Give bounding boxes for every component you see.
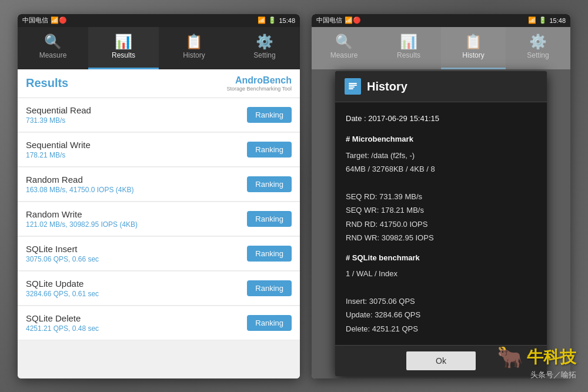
watermark-sub: 头条号／喻拓 [497, 370, 576, 380]
watermark: 🐂 牛科技 头条号／喻拓 [497, 345, 576, 380]
tab-measure[interactable]: 🔍 Measure [18, 27, 88, 69]
setting-icon: ⚙️ [256, 35, 273, 49]
bench-name-rnd-read: Random Read [26, 175, 133, 185]
tab-history-label-r: History [462, 51, 484, 59]
time-right: 15:48 [549, 17, 566, 24]
logo-sub: Storage Benchmarking Tool [227, 86, 292, 92]
bench-row-seq-read: Sequential Read 731.39 MB/s Ranking [18, 98, 300, 132]
sqlite-update: Update: 3284.66 QPS [346, 308, 536, 321]
bench-name-seq-write: Sequential Write [26, 140, 91, 150]
measure-icon-r: 🔍 [335, 35, 353, 49]
bench-info-sqlite-delete: SQLite Delete 4251.21 QPS, 0.48 sec [26, 313, 99, 333]
androbench-brand: AndroBench [235, 75, 292, 86]
dialog-body: Date : 2017-06-29 15:41:15 # Microbenchm… [335, 102, 547, 345]
androbench-logo: AndroBench Storage Benchmarking Tool [227, 75, 292, 92]
ranking-btn-seq-read[interactable]: Ranking [247, 107, 292, 123]
results-content: Results AndroBench Storage Benchmarking … [18, 69, 300, 378]
micro-rnd-rd: RND RD: 41750.0 IOPS [346, 217, 536, 231]
bench-row-sqlite-delete: SQLite Delete 4251.21 QPS, 0.48 sec Rank… [18, 306, 300, 340]
bench-info-rnd-write: Random Write 121.02 MB/s, 30982.95 IOPS … [26, 209, 138, 229]
ranking-btn-sqlite-insert[interactable]: Ranking [247, 246, 292, 262]
bench-name-sqlite-delete: SQLite Delete [26, 313, 99, 323]
status-icons-left: 📶🔴 [51, 16, 67, 24]
bench-value-sqlite-update: 3284.66 QPS, 0.61 sec [26, 290, 99, 298]
status-icons-right: 📶🔴 [345, 16, 361, 24]
micro-seq-wr: SEQ WR: 178.21 MB/s [346, 203, 536, 217]
watermark-brand: 牛科技 [527, 346, 576, 368]
bench-value-rnd-write: 121.02 MB/s, 30982.95 IOPS (4KB) [26, 220, 138, 229]
nav-tabs-right: 🔍 Measure 📊 Results 📋 History ⚙️ Setting [312, 27, 570, 69]
ranking-btn-rnd-read[interactable]: Ranking [247, 176, 292, 192]
bench-info-seq-write: Sequential Write 178.21 MB/s [26, 140, 91, 159]
battery-icon: 🔋 [268, 16, 276, 24]
bench-value-seq-write: 178.21 MB/s [26, 151, 91, 159]
tab-results-label: Results [112, 51, 135, 59]
bench-value-sqlite-insert: 3075.06 QPS, 0.66 sec [26, 255, 99, 263]
signal-icon-r: 📶 [528, 16, 536, 24]
ok-button[interactable]: Ok [406, 351, 476, 370]
carrier-text: 中国电信 [22, 16, 48, 25]
bench-value-rnd-read: 163.08 MB/s, 41750.0 IOPS (4KB) [26, 186, 133, 194]
results-icon-r: 📊 [400, 35, 417, 49]
nav-tabs: 🔍 Measure 📊 Results 📋 History ⚙️ Setting [18, 27, 300, 69]
ranking-btn-sqlite-delete[interactable]: Ranking [247, 315, 292, 331]
micro-title: # Microbenchmark [346, 132, 536, 146]
carrier-right: 中国电信 [316, 16, 342, 25]
bench-name-rnd-write: Random Write [26, 209, 138, 219]
logo-suffix: Bench [263, 75, 292, 85]
bench-value-seq-read: 731.39 MB/s [26, 116, 91, 125]
tab-history-label: History [183, 51, 205, 59]
status-bar-right: 📶 🔋 15:48 [258, 16, 295, 24]
bench-row-rnd-write: Random Write 121.02 MB/s, 30982.95 IOPS … [18, 202, 300, 236]
micro-rnd-wr: RND WR: 30982.95 IOPS [346, 231, 536, 244]
svg-rect-3 [349, 88, 353, 89]
sqlite-insert: Insert: 3075.06 QPS [346, 294, 536, 308]
setting-icon-r: ⚙️ [529, 35, 547, 49]
signal-icon: 📶 [258, 16, 266, 24]
ranking-btn-rnd-write[interactable]: Ranking [247, 211, 292, 227]
bench-name-seq-read: Sequential Read [26, 105, 91, 115]
tab-results-r: 📊 Results [376, 27, 441, 69]
sqlite-title: # SQLite benchmark [346, 251, 536, 264]
right-phone: 中国电信 📶🔴 📶 🔋 15:48 🔍 Measure 📊 Results 📋 … [312, 14, 570, 378]
results-title: Results [26, 76, 68, 90]
ranking-btn-sqlite-update[interactable]: Ranking [247, 280, 292, 296]
tab-history-r: 📋 History [441, 27, 506, 69]
svg-rect-2 [349, 86, 355, 88]
dialog-history-icon [345, 78, 361, 95]
bench-row-rnd-read: Random Read 163.08 MB/s, 41750.0 IOPS (4… [18, 167, 300, 202]
ranking-btn-seq-write[interactable]: Ranking [247, 142, 292, 158]
history-dialog: History Date : 2017-06-29 15:41:15 # Mic… [335, 71, 547, 376]
time-left: 15:48 [279, 17, 295, 24]
status-right-info: 📶 🔋 15:48 [528, 16, 566, 24]
tab-setting[interactable]: ⚙️ Setting [229, 27, 300, 69]
status-carrier-right: 中国电信 📶🔴 [316, 16, 361, 25]
tab-history[interactable]: 📋 History [159, 27, 229, 69]
status-bar-right-phone: 中国电信 📶🔴 📶 🔋 15:48 [312, 14, 570, 27]
tab-results[interactable]: 📊 Results [88, 27, 159, 69]
status-bar-carrier: 中国电信 📶🔴 [22, 16, 67, 25]
dialog-date: Date : 2017-06-29 15:41:15 [346, 112, 536, 125]
results-icon: 📊 [115, 35, 132, 49]
bench-info-sqlite-insert: SQLite Insert 3075.06 QPS, 0.66 sec [26, 244, 99, 263]
dialog-title: History [367, 80, 407, 93]
watermark-icon: 🐂 [497, 345, 523, 370]
history-icon-r: 📋 [465, 35, 482, 49]
bench-name-sqlite-update: SQLite Update [26, 279, 99, 289]
svg-rect-1 [349, 85, 357, 86]
battery-icon-r: 🔋 [539, 16, 547, 24]
sqlite-delete: Delete: 4251.21 QPS [346, 322, 536, 336]
bench-row-sqlite-update: SQLite Update 3284.66 QPS, 0.61 sec Rank… [18, 272, 300, 306]
bench-info-sqlite-update: SQLite Update 3284.66 QPS, 0.61 sec [26, 279, 99, 298]
tab-measure-r: 🔍 Measure [312, 27, 376, 69]
sqlite-config: 1 / WAL / Index [346, 267, 536, 280]
measure-icon: 🔍 [44, 35, 62, 49]
dialog-header: History [335, 71, 547, 102]
micro-seq-rd: SEQ RD: 731.39 MB/s [346, 190, 536, 203]
tab-setting-label: Setting [253, 51, 275, 59]
tab-measure-label: Measure [39, 51, 67, 59]
bench-info-rnd-read: Random Read 163.08 MB/s, 41750.0 IOPS (4… [26, 175, 133, 194]
micro-size: 64MB / 32768KB / 4KB / 8 [346, 162, 536, 176]
svg-rect-0 [349, 83, 357, 84]
bench-row-seq-write: Sequential Write 178.21 MB/s Ranking [18, 133, 300, 167]
